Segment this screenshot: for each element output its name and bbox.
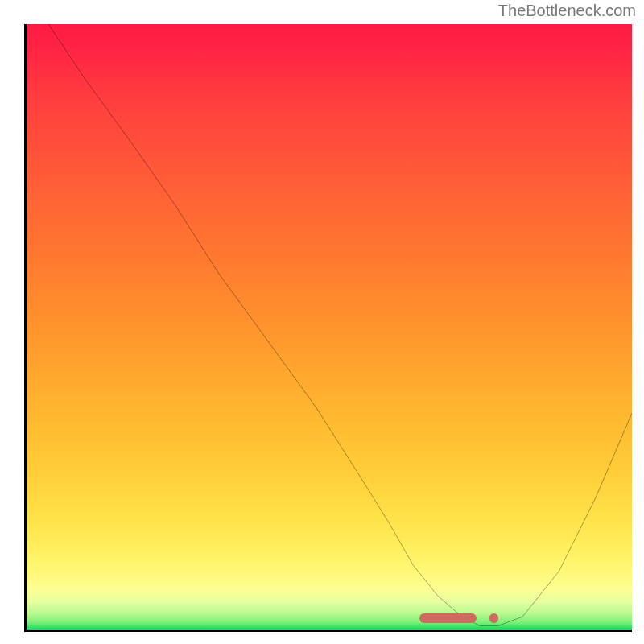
watermark-text: TheBottleneck.com — [498, 2, 636, 20]
chart-plot-area — [24, 24, 632, 632]
bottleneck-curve-line — [24, 24, 632, 632]
